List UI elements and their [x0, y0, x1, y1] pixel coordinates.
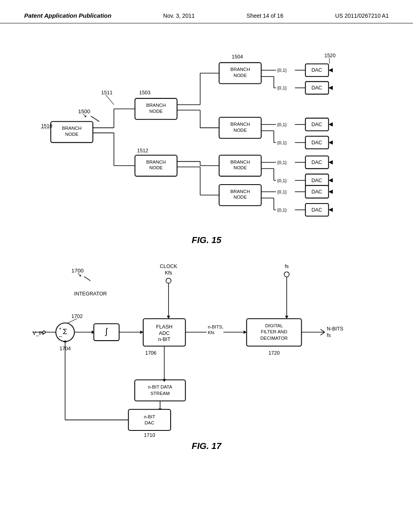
- svg-marker-76: [329, 140, 333, 144]
- svg-line-154: [321, 332, 325, 335]
- svg-text:BRANCH: BRANCH: [230, 189, 250, 194]
- content: 1500 ↘ BRANCH NODE 1510: [0, 23, 413, 459]
- svg-text:N-BITS: N-BITS: [327, 326, 343, 332]
- svg-point-116: [284, 272, 290, 277]
- svg-point-112: [166, 278, 171, 283]
- svg-text:DIGITAL: DIGITAL: [265, 323, 283, 328]
- svg-text:↘: ↘: [82, 112, 87, 118]
- svg-text:1706: 1706: [145, 350, 156, 356]
- svg-text:{0,1}: {0,1}: [277, 178, 287, 183]
- header-sheet: Sheet 14 of 16: [246, 12, 283, 19]
- svg-line-153: [321, 329, 325, 332]
- svg-text:n-BITS,: n-BITS,: [208, 324, 223, 329]
- header-publication: Patent Application Publication: [24, 12, 111, 19]
- svg-text:Σ: Σ: [63, 327, 68, 336]
- svg-text:DAC: DAC: [311, 67, 322, 73]
- svg-text:1503: 1503: [139, 90, 150, 96]
- svg-text:1512: 1512: [137, 148, 148, 154]
- svg-text:fs: fs: [285, 264, 289, 269]
- svg-text:n-BIT: n-BIT: [158, 337, 171, 342]
- svg-text:BRANCH: BRANCH: [146, 103, 166, 108]
- svg-marker-68: [329, 123, 333, 127]
- svg-text:DAC: DAC: [311, 140, 322, 145]
- svg-text:NODE: NODE: [234, 195, 247, 200]
- svg-text:STREAM: STREAM: [150, 391, 170, 396]
- svg-text:BRANCH: BRANCH: [230, 67, 250, 72]
- header-patent: US 2011/0267210 A1: [335, 12, 389, 19]
- svg-text:DAC: DAC: [145, 420, 154, 425]
- svg-marker-104: [329, 208, 333, 212]
- svg-line-19: [106, 95, 114, 105]
- svg-text:DAC: DAC: [311, 160, 322, 165]
- svg-text:INTEGRATOR: INTEGRATOR: [74, 291, 107, 297]
- svg-text:NODE: NODE: [149, 109, 163, 114]
- fig17-label: FIG. 17: [16, 441, 397, 451]
- svg-text:{0,1}: {0,1}: [277, 122, 287, 127]
- svg-text:1520: 1520: [324, 53, 336, 58]
- fig17-diagram: 1700 ↘ CLOCK Kfs fs V_IN: [16, 258, 397, 439]
- svg-rect-157: [135, 380, 186, 401]
- svg-text:BRANCH: BRANCH: [230, 160, 250, 164]
- svg-text:ADC: ADC: [159, 330, 170, 336]
- svg-text:{0,1}: {0,1}: [277, 208, 287, 212]
- svg-text:BRANCH: BRANCH: [230, 122, 250, 127]
- svg-marker-146: [244, 330, 246, 334]
- fig15-diagram: 1500 ↘ BRANCH NODE 1510: [16, 39, 397, 233]
- svg-marker-96: [329, 190, 333, 194]
- svg-text:{0,1}: {0,1}: [277, 68, 287, 73]
- svg-text:−: −: [59, 333, 63, 340]
- svg-marker-82: [329, 160, 333, 164]
- svg-text:1511: 1511: [101, 90, 113, 96]
- svg-text:n-BIT: n-BIT: [144, 414, 155, 419]
- fig15-label: FIG. 15: [16, 235, 397, 245]
- svg-text:DAC: DAC: [311, 122, 322, 127]
- svg-text:DAC: DAC: [311, 189, 322, 195]
- svg-text:NODE: NODE: [149, 165, 163, 170]
- svg-line-109: [84, 276, 91, 281]
- svg-text:{0,1}: {0,1}: [277, 140, 287, 145]
- svg-text:DAC: DAC: [311, 85, 322, 91]
- svg-text:n-BIT DATA: n-BIT DATA: [148, 384, 172, 389]
- svg-text:CLOCK: CLOCK: [160, 264, 177, 269]
- svg-text:+: +: [59, 326, 62, 331]
- svg-text:1510: 1510: [41, 123, 52, 129]
- svg-text:FLASH: FLASH: [156, 324, 172, 330]
- svg-text:{0,1}: {0,1}: [277, 160, 287, 165]
- header-date: Nov. 3, 2011: [163, 12, 195, 19]
- svg-text:NODE: NODE: [234, 73, 247, 78]
- svg-text:↘: ↘: [77, 272, 82, 278]
- svg-text:BRANCH: BRANCH: [62, 126, 81, 131]
- svg-text:NODE: NODE: [234, 128, 247, 133]
- svg-text:1504: 1504: [232, 54, 243, 60]
- svg-marker-54: [329, 68, 333, 72]
- svg-text:NODE: NODE: [65, 132, 79, 137]
- svg-text:{0,1}: {0,1}: [277, 189, 287, 194]
- svg-text:V_IN: V_IN: [33, 330, 44, 336]
- svg-text:1702: 1702: [71, 314, 83, 319]
- svg-text:1710: 1710: [144, 432, 155, 438]
- svg-text:FILTER AND: FILTER AND: [261, 329, 288, 334]
- svg-marker-136: [140, 330, 143, 334]
- svg-marker-114: [167, 316, 170, 318]
- svg-text:fs: fs: [327, 332, 331, 338]
- svg-rect-164: [128, 409, 171, 430]
- svg-text:Kfs: Kfs: [208, 330, 215, 335]
- page: Patent Application Publication Nov. 3, 2…: [0, 0, 413, 532]
- svg-line-2: [91, 116, 99, 122]
- svg-text:Kfs: Kfs: [165, 270, 172, 276]
- svg-text:NODE: NODE: [234, 165, 247, 170]
- svg-text:{0,1}: {0,1}: [277, 85, 287, 90]
- svg-text:DAC: DAC: [311, 178, 322, 183]
- svg-marker-62: [329, 86, 333, 90]
- svg-text:BRANCH: BRANCH: [146, 160, 166, 164]
- svg-text:DECIMATOR: DECIMATOR: [260, 336, 288, 341]
- svg-marker-90: [329, 178, 333, 182]
- svg-text:1720: 1720: [268, 350, 280, 356]
- svg-text:DAC: DAC: [311, 207, 322, 213]
- svg-point-121: [43, 331, 45, 333]
- header: Patent Application Publication Nov. 3, 2…: [0, 0, 413, 23]
- svg-marker-118: [285, 316, 288, 318]
